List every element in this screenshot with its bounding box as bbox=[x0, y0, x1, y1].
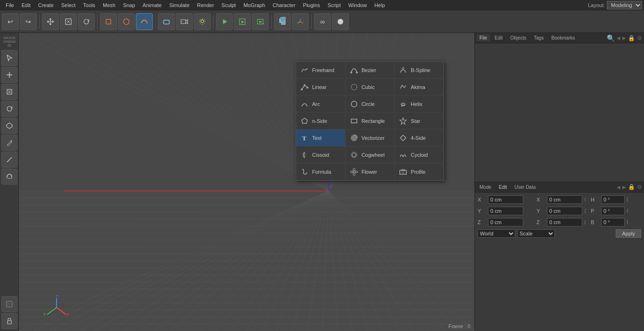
attr-tab-edit[interactable]: Edit bbox=[496, 184, 510, 191]
obj-tab-bookmarks[interactable]: Bookmarks bbox=[548, 34, 578, 41]
menu-mesh[interactable]: Mesh bbox=[99, 1, 119, 9]
z2-input[interactable] bbox=[547, 218, 582, 226]
spline-cogwheel[interactable]: Cogwheel bbox=[346, 146, 395, 163]
menu-edit[interactable]: Edit bbox=[18, 1, 34, 9]
sphere-button[interactable] bbox=[332, 13, 349, 30]
spline-rectangle[interactable]: Rectangle bbox=[346, 113, 395, 129]
world-select[interactable]: World bbox=[478, 229, 515, 238]
menu-animate[interactable]: Animate bbox=[139, 1, 165, 9]
scale-select[interactable]: Scale bbox=[517, 229, 555, 238]
paint-tool-btn[interactable]: ? bbox=[1, 296, 17, 312]
menu-tools[interactable]: Tools bbox=[79, 1, 99, 9]
spline-cycloid[interactable]: Cycloid bbox=[395, 146, 444, 163]
y2-input[interactable] bbox=[547, 207, 582, 215]
star-label: Star bbox=[411, 118, 420, 124]
attr-nav-left[interactable]: ◀ bbox=[617, 185, 620, 190]
render-region-button[interactable] bbox=[234, 13, 251, 30]
knife-tool-btn[interactable] bbox=[1, 152, 17, 168]
spline-button[interactable] bbox=[136, 13, 153, 30]
menu-render[interactable]: Render bbox=[193, 1, 218, 9]
primitive-button[interactable] bbox=[100, 13, 117, 30]
spline-circle[interactable]: Circle bbox=[346, 96, 395, 112]
spline-b-spline[interactable]: B-Spline bbox=[395, 62, 444, 78]
spline-row-7: Formula Flower Profile bbox=[296, 163, 444, 180]
spline-profile[interactable]: Profile bbox=[395, 163, 444, 180]
search-icon[interactable]: 🔍 bbox=[607, 34, 615, 42]
spline-formula[interactable]: Formula bbox=[296, 163, 346, 180]
menu-simulate[interactable]: Simulate bbox=[165, 1, 193, 9]
b-input[interactable] bbox=[601, 218, 625, 226]
spline-linear[interactable]: Linear bbox=[296, 79, 346, 95]
x2-input[interactable] bbox=[547, 195, 582, 204]
deformer-button[interactable] bbox=[158, 13, 175, 30]
move-btn[interactable] bbox=[1, 67, 17, 83]
nurbs-button[interactable] bbox=[118, 13, 135, 30]
menu-mograph[interactable]: MoGraph bbox=[239, 1, 269, 9]
rotate-tool-button[interactable] bbox=[78, 13, 95, 30]
spline-flower[interactable]: Flower bbox=[346, 163, 395, 180]
spline-bezier[interactable]: Bezier bbox=[346, 62, 395, 78]
panel-settings-icon[interactable]: ⚙ bbox=[637, 35, 642, 41]
menu-sculpt[interactable]: Sculpt bbox=[218, 1, 240, 9]
panel-arrow-right[interactable]: ▶ bbox=[622, 35, 626, 40]
spline-cubic[interactable]: Cubic bbox=[346, 79, 395, 95]
x-input[interactable] bbox=[488, 195, 523, 204]
menu-create[interactable]: Create bbox=[34, 1, 58, 9]
menu-plugins[interactable]: Plugins bbox=[299, 1, 324, 9]
spline-text[interactable]: T Text bbox=[296, 129, 346, 146]
undo-button[interactable]: ↩ bbox=[2, 13, 19, 30]
spline-vectorizer[interactable]: Vectorizer bbox=[346, 129, 395, 146]
lock-tool-btn[interactable] bbox=[1, 313, 17, 329]
p-input[interactable] bbox=[601, 207, 625, 215]
redo-button[interactable]: ↪ bbox=[20, 13, 37, 30]
menu-script[interactable]: Script bbox=[324, 1, 345, 9]
profile-label: Profile bbox=[411, 169, 425, 175]
attr-tab-mode[interactable]: Mode bbox=[477, 184, 494, 191]
rotate-btn[interactable] bbox=[1, 101, 17, 117]
obj-tab-objects[interactable]: Objects bbox=[507, 34, 529, 41]
polygon-tool-btn[interactable] bbox=[1, 118, 17, 134]
menu-snap[interactable]: Snap bbox=[119, 1, 139, 9]
h-input[interactable] bbox=[601, 195, 625, 204]
obj-tab-file[interactable]: File bbox=[477, 34, 490, 41]
attr-lock-icon[interactable]: 🔒 bbox=[628, 184, 635, 190]
menu-file[interactable]: File bbox=[2, 1, 18, 9]
camera-button[interactable] bbox=[176, 13, 193, 30]
spline-freehand[interactable]: Freehand bbox=[296, 62, 346, 78]
obj-tab-edit[interactable]: Edit bbox=[492, 34, 505, 41]
menu-select[interactable]: Select bbox=[58, 1, 80, 9]
menu-window[interactable]: Window bbox=[345, 1, 371, 9]
render-to-pic-button[interactable] bbox=[252, 13, 269, 30]
select-tool-btn[interactable] bbox=[1, 50, 17, 66]
z-input[interactable] bbox=[488, 218, 523, 226]
light-button[interactable] bbox=[194, 13, 211, 30]
apply-button[interactable]: Apply bbox=[616, 229, 641, 238]
world-axis-button[interactable] bbox=[292, 13, 309, 30]
attr-settings-icon[interactable]: ⚙ bbox=[637, 184, 642, 190]
panel-lock-icon[interactable]: 🔒 bbox=[628, 35, 635, 41]
scale-btn[interactable] bbox=[1, 84, 17, 100]
scale-tool-button[interactable] bbox=[60, 13, 77, 30]
spline-star[interactable]: Star bbox=[395, 113, 444, 129]
spline-arc[interactable]: Arc bbox=[296, 96, 346, 112]
render-button[interactable] bbox=[216, 13, 233, 30]
attr-nav-right[interactable]: ▶ bbox=[622, 185, 626, 190]
spline-akima[interactable]: Akima bbox=[395, 79, 444, 95]
spline-4side[interactable]: 4-Side bbox=[395, 129, 444, 146]
menu-help[interactable]: Help bbox=[371, 1, 389, 9]
move-tool-button[interactable] bbox=[42, 13, 59, 30]
menu-character[interactable]: Character bbox=[269, 1, 299, 9]
attr-tab-userdata[interactable]: User Data bbox=[512, 184, 538, 191]
spline-cissoid[interactable]: Cissoid bbox=[296, 146, 346, 163]
panel-arrow-left[interactable]: ◀ bbox=[617, 35, 620, 40]
spline-helix[interactable]: Helix bbox=[395, 96, 444, 112]
brush-tool-btn[interactable] bbox=[1, 135, 17, 151]
spline-n-side[interactable]: n-Side bbox=[296, 113, 346, 129]
layout-dropdown[interactable]: Modeling bbox=[607, 1, 642, 9]
link-button[interactable]: ∞ bbox=[314, 13, 331, 30]
obj-tab-tags[interactable]: Tags bbox=[531, 34, 546, 41]
magnet-tool-btn[interactable] bbox=[1, 169, 17, 185]
view-cube-button[interactable] bbox=[274, 13, 291, 30]
y-input[interactable] bbox=[488, 207, 523, 215]
spline-row-5: T Text Vectorizer 4-Side bbox=[296, 129, 444, 146]
